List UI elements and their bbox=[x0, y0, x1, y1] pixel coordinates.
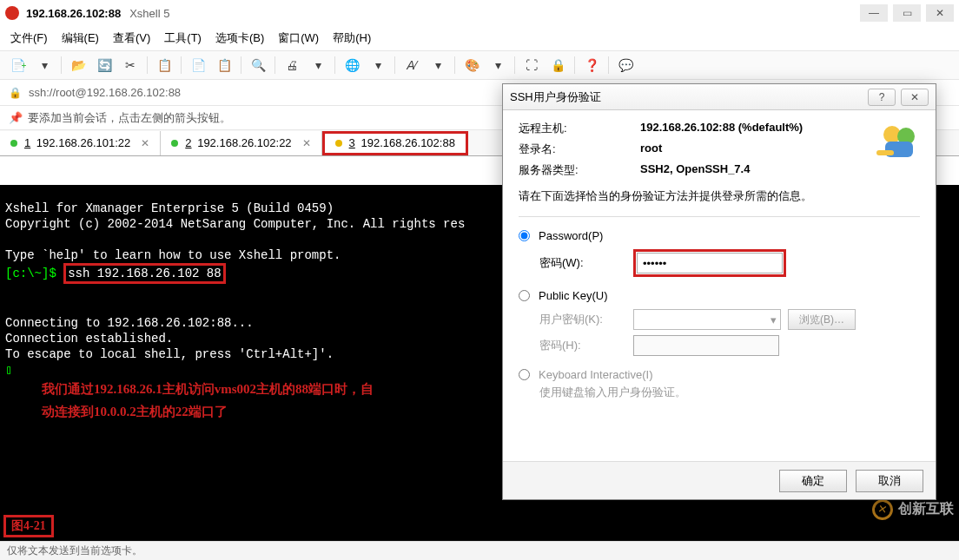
print-icon[interactable]: 🖨 bbox=[282, 56, 301, 75]
reconnect-icon[interactable]: 🔄 bbox=[95, 56, 114, 75]
close-button[interactable]: ✕ bbox=[926, 4, 954, 22]
dropdown-icon[interactable]: ▾ bbox=[428, 56, 447, 75]
key-password-label: 密码(H): bbox=[539, 338, 626, 353]
dialog-body: 远程主机: 192.168.26.102:88 (%default%) 登录名:… bbox=[503, 110, 936, 423]
password-radio[interactable]: Password(P) bbox=[519, 229, 920, 242]
dropdown-icon[interactable]: ▾ bbox=[488, 56, 507, 75]
tab-label: 192.168.26.102:88 bbox=[360, 136, 454, 149]
ok-button[interactable]: 确定 bbox=[779, 470, 847, 492]
menu-file[interactable]: 文件(F) bbox=[10, 30, 48, 46]
status-dot-icon bbox=[335, 140, 342, 147]
minimize-button[interactable]: — bbox=[860, 4, 888, 22]
menu-tabs[interactable]: 选项卡(B) bbox=[215, 30, 264, 46]
separator bbox=[574, 56, 575, 74]
separator bbox=[334, 56, 335, 74]
terminal-line: Copyright (c) 2002-2014 NetSarang Comput… bbox=[5, 217, 465, 231]
font-icon[interactable]: A⁄ bbox=[402, 56, 421, 75]
app-icon bbox=[5, 6, 19, 20]
separator bbox=[514, 56, 515, 74]
properties-icon[interactable]: 📋 bbox=[155, 56, 174, 75]
menu-help[interactable]: 帮助(H) bbox=[333, 30, 371, 46]
remote-host-value: 192.168.26.102:88 (%default%) bbox=[640, 121, 803, 136]
watermark-icon: ✕ bbox=[870, 497, 895, 522]
separator bbox=[394, 56, 395, 74]
close-tab-icon[interactable]: ✕ bbox=[141, 137, 149, 149]
login-row: 登录名: root bbox=[519, 142, 920, 157]
fullscreen-icon[interactable]: ⛶ bbox=[522, 56, 541, 75]
keyboard-radio[interactable]: Keyboard Interactive(I) bbox=[519, 368, 920, 381]
user-key-combo: ▾ bbox=[633, 309, 781, 330]
terminal-line: Connecting to 192.168.26.102:88... bbox=[5, 316, 254, 330]
globe-icon[interactable]: 🌐 bbox=[342, 56, 361, 75]
remote-host-label: 远程主机: bbox=[519, 121, 640, 136]
password-highlight bbox=[633, 249, 786, 277]
server-type-label: 服务器类型: bbox=[519, 162, 640, 178]
app-subtitle: Xshell 5 bbox=[129, 7, 169, 20]
key-users-icon bbox=[875, 117, 923, 166]
password-option-label: Password(P) bbox=[539, 229, 603, 242]
status-bar: 仅将文本发送到当前选项卡。 bbox=[0, 541, 959, 560]
browse-button: 浏览(B)… bbox=[788, 309, 856, 330]
terminal-prompt: [c:\~]$ bbox=[5, 267, 56, 280]
menu-bar: 文件(F) 编辑(E) 查看(V) 工具(T) 选项卡(B) 窗口(W) 帮助(… bbox=[0, 26, 959, 50]
dropdown-icon[interactable]: ▾ bbox=[368, 56, 387, 75]
publickey-radio[interactable]: Public Key(U) bbox=[519, 289, 920, 302]
password-input[interactable] bbox=[637, 253, 783, 273]
session-tab-2[interactable]: 2 192.168.26.102:22 ✕ bbox=[161, 131, 321, 155]
svg-rect-3 bbox=[876, 150, 894, 155]
status-text: 仅将文本发送到当前选项卡。 bbox=[7, 544, 142, 558]
dialog-close-button[interactable]: ✕ bbox=[901, 89, 929, 106]
menu-view[interactable]: 查看(V) bbox=[113, 30, 150, 46]
key-password-row: 密码(H): bbox=[539, 335, 920, 356]
dialog-help-button[interactable]: ? bbox=[868, 89, 896, 106]
divider bbox=[519, 216, 920, 217]
password-radio-input[interactable] bbox=[519, 230, 530, 241]
new-session-icon[interactable]: 📄+ bbox=[9, 56, 28, 75]
remote-host-row: 远程主机: 192.168.26.102:88 (%default%) bbox=[519, 121, 920, 136]
session-tab-1[interactable]: 1 192.168.26.101:22 ✕ bbox=[0, 131, 161, 155]
publickey-radio-input[interactable] bbox=[519, 290, 530, 301]
key-password-input bbox=[633, 335, 779, 356]
menu-edit[interactable]: 编辑(E) bbox=[62, 30, 99, 46]
dialog-title: SSH用户身份验证 bbox=[510, 89, 601, 105]
cursor-icon: ▯ bbox=[5, 363, 12, 377]
keyboard-radio-input[interactable] bbox=[519, 369, 530, 380]
login-value: root bbox=[640, 142, 662, 157]
menu-window[interactable]: 窗口(W) bbox=[278, 30, 319, 46]
watermark-text: 创新互联 bbox=[898, 502, 954, 517]
session-tab-3[interactable]: 3 192.168.26.102:88 bbox=[322, 131, 468, 155]
highlighted-command: ssh 192.168.26.102 88 bbox=[63, 263, 225, 284]
paste-icon[interactable]: 📋 bbox=[215, 56, 234, 75]
dropdown-icon[interactable]: ▾ bbox=[35, 56, 54, 75]
open-session-icon[interactable]: 📂 bbox=[69, 56, 88, 75]
dialog-title-bar[interactable]: SSH用户身份验证 ? ✕ bbox=[503, 84, 936, 110]
maximize-button[interactable]: ▭ bbox=[893, 4, 921, 22]
lock-icon[interactable]: 🔒 bbox=[548, 56, 567, 75]
keyboard-note: 使用键盘输入用户身份验证。 bbox=[539, 385, 686, 400]
user-key-label: 用户密钥(K): bbox=[539, 312, 626, 327]
dropdown-icon[interactable]: ▾ bbox=[308, 56, 327, 75]
lock-icon: 🔒 bbox=[9, 87, 22, 99]
instruction-text: 请在下面选择恰当的身份验证方法并提供登录所需的信息。 bbox=[519, 188, 920, 204]
color-icon[interactable]: 🎨 bbox=[462, 56, 481, 75]
separator bbox=[608, 56, 609, 74]
window-title-bar: 192.168.26.102:88 Xshell 5 — ▭ ✕ bbox=[0, 0, 959, 26]
chat-icon[interactable]: 💬 bbox=[616, 56, 635, 75]
terminal-line: Connection established. bbox=[5, 332, 173, 346]
server-type-value: SSH2, OpenSSH_7.4 bbox=[640, 162, 750, 178]
disconnect-icon[interactable]: ✂ bbox=[121, 56, 140, 75]
close-tab-icon[interactable]: ✕ bbox=[302, 137, 311, 149]
keyboard-option-label: Keyboard Interactive(I) bbox=[539, 368, 653, 381]
copy-icon[interactable]: 📄 bbox=[188, 56, 208, 75]
search-icon[interactable]: 🔍 bbox=[248, 56, 268, 75]
keyboard-note-row: 使用键盘输入用户身份验证。 bbox=[539, 385, 920, 400]
menu-tools[interactable]: 工具(T) bbox=[164, 30, 202, 46]
help-icon[interactable]: ❓ bbox=[582, 56, 601, 75]
pin-icon[interactable]: 📌 bbox=[9, 111, 23, 124]
cancel-button[interactable]: 取消 bbox=[856, 470, 923, 492]
tab-label: 192.168.26.101:22 bbox=[36, 136, 130, 149]
window-controls: — ▭ ✕ bbox=[860, 4, 954, 22]
address-text: ssh://root@192.168.26.102:88 bbox=[29, 86, 181, 99]
status-dot-icon bbox=[171, 140, 178, 147]
ssh-auth-dialog: SSH用户身份验证 ? ✕ 远程主机: 192.168.26.102:88 (%… bbox=[502, 83, 936, 500]
